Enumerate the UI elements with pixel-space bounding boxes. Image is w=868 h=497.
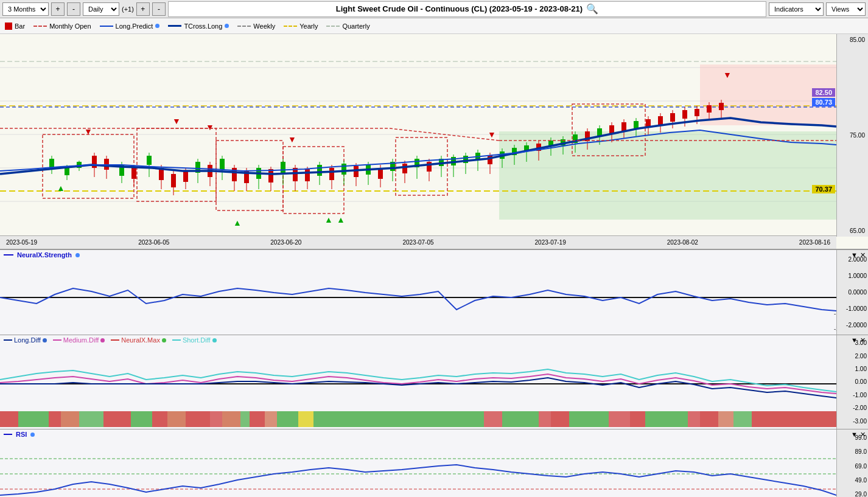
monthly-open-icon bbox=[33, 26, 47, 27]
diffs-panel: Long.Diff Medium.Diff NeuralX.Max Short.… bbox=[0, 335, 868, 429]
legend-yearly: Yearly bbox=[284, 23, 318, 30]
main-chart[interactable]: ▼ ▼ ▼ ▼ ▼ ▼ ▲ ▲ ▲ ▲ 85.00 75.00 65.00 82… bbox=[0, 34, 868, 250]
svg-rect-197 bbox=[0, 440, 836, 497]
search-button[interactable]: 🔍 bbox=[586, 3, 598, 15]
toolbar: 3 Months + - Daily (+1) + - Light Sweet … bbox=[0, 0, 868, 18]
svg-rect-61 bbox=[317, 165, 322, 176]
main-chart-svg: ▼ ▼ ▼ ▼ ▼ ▼ ▲ ▲ ▲ ▲ bbox=[0, 34, 836, 237]
legend-tcross-long: TCross.Long bbox=[168, 23, 229, 30]
svg-rect-117 bbox=[658, 116, 663, 125]
neuralx-strength-controls: ▼ ✕ bbox=[851, 251, 866, 259]
period-select[interactable]: 3 Months bbox=[2, 2, 49, 16]
svg-rect-158 bbox=[131, 411, 152, 427]
date-label-6: 2023-08-16 bbox=[799, 239, 830, 246]
svg-rect-33 bbox=[147, 156, 152, 165]
svg-text:▼: ▼ bbox=[488, 130, 496, 139]
indicators-select[interactable]: Indicators bbox=[769, 2, 824, 16]
svg-rect-185 bbox=[609, 411, 630, 427]
svg-rect-127 bbox=[719, 103, 724, 110]
neuralx-max-dot bbox=[162, 338, 166, 342]
diffs-header: Long.Diff Medium.Diff NeuralX.Max Short.… bbox=[4, 336, 217, 344]
svg-text:▲: ▲ bbox=[233, 218, 242, 228]
rsi-collapse-button[interactable]: ▼ bbox=[851, 431, 858, 439]
long-diff-icon bbox=[4, 339, 12, 341]
svg-rect-37 bbox=[171, 174, 176, 187]
svg-rect-161 bbox=[186, 411, 210, 427]
diffs-label-n3: -3.00 bbox=[838, 418, 867, 425]
price-label-85: 85.00 bbox=[838, 36, 867, 43]
price-badge-82: 82.50 bbox=[812, 88, 835, 97]
legend-quarterly: Quarterly bbox=[326, 23, 369, 30]
svg-text:▲: ▲ bbox=[324, 215, 333, 224]
expand-button[interactable]: + bbox=[136, 2, 150, 16]
rsi-header: RSI bbox=[4, 431, 35, 438]
svg-rect-172 bbox=[371, 411, 393, 427]
svg-text:▼: ▼ bbox=[723, 70, 732, 80]
svg-rect-53 bbox=[268, 169, 273, 182]
long-predict-icon bbox=[100, 26, 113, 27]
price-badge-8073: 80.73 bbox=[812, 98, 835, 106]
svg-rect-193 bbox=[752, 411, 776, 427]
chart-title: Light Sweet Crude Oil - Continuous (CL) … bbox=[336, 4, 583, 13]
rsi-label-69: 69.0 bbox=[838, 463, 867, 470]
svg-rect-194 bbox=[776, 411, 797, 427]
svg-rect-111 bbox=[621, 122, 626, 131]
svg-rect-169 bbox=[313, 411, 332, 427]
date-label-1: 2023-06-05 bbox=[138, 239, 169, 246]
svg-rect-174 bbox=[411, 411, 426, 427]
medium-diff-label: Medium.Diff bbox=[63, 336, 99, 344]
svg-rect-183 bbox=[569, 411, 593, 427]
rsi-svg bbox=[0, 440, 836, 497]
date-axis: 2023-05-19 2023-06-05 2023-06-20 2023-07… bbox=[0, 235, 836, 249]
neuralx-strength-collapse-button[interactable]: ▼ bbox=[851, 251, 858, 259]
rsi-dot bbox=[30, 433, 35, 437]
svg-rect-178 bbox=[484, 411, 502, 427]
interval-select[interactable]: Daily bbox=[83, 2, 119, 16]
svg-rect-160 bbox=[167, 411, 186, 427]
svg-rect-123 bbox=[695, 109, 699, 116]
neuralx-label-n1: -1.0000 bbox=[838, 305, 867, 312]
date-label-3: 2023-07-05 bbox=[402, 239, 433, 246]
svg-rect-171 bbox=[356, 411, 371, 427]
period-add-button[interactable]: + bbox=[51, 2, 65, 16]
rsi-title: RSI bbox=[16, 431, 27, 438]
svg-rect-165 bbox=[250, 411, 265, 427]
legend-long-predict: Long.Predict bbox=[100, 23, 160, 30]
neuralx-strength-close-button[interactable]: ✕ bbox=[860, 251, 866, 259]
views-select[interactable]: Views bbox=[826, 2, 866, 16]
svg-rect-176 bbox=[450, 411, 469, 427]
svg-rect-162 bbox=[210, 411, 222, 427]
svg-rect-168 bbox=[298, 411, 313, 427]
legend-weekly: Weekly bbox=[237, 23, 275, 30]
legend-bar: Bar bbox=[5, 23, 25, 30]
date-label-0: 2023-05-19 bbox=[6, 239, 37, 246]
svg-rect-173 bbox=[393, 411, 411, 427]
collapse-button[interactable]: - bbox=[152, 2, 166, 16]
period-minus-button[interactable]: - bbox=[67, 2, 80, 16]
date-label-5: 2023-08-02 bbox=[667, 239, 698, 246]
svg-rect-39 bbox=[183, 171, 188, 182]
short-diff-icon bbox=[172, 339, 181, 341]
rsi-label-89: 89.0 bbox=[838, 448, 867, 455]
svg-rect-175 bbox=[426, 411, 450, 427]
svg-rect-180 bbox=[517, 411, 539, 427]
bar-icon bbox=[5, 23, 12, 30]
svg-rect-79 bbox=[427, 162, 432, 172]
neuralx-label-0: 0.0000 bbox=[838, 289, 867, 296]
svg-rect-153 bbox=[49, 411, 61, 427]
diffs-close-button[interactable]: ✕ bbox=[860, 336, 866, 344]
svg-rect-192 bbox=[733, 411, 752, 427]
medium-diff-icon bbox=[53, 339, 61, 341]
diffs-collapse-button[interactable]: ▼ bbox=[851, 336, 858, 344]
svg-rect-190 bbox=[700, 411, 718, 427]
svg-text:▲: ▲ bbox=[337, 215, 345, 224]
rsi-close-button[interactable]: ✕ bbox=[860, 431, 866, 439]
neuralx-strength-dot bbox=[75, 253, 80, 257]
neuralx-strength-svg: 2.0000 1.0000 0.0000 -1.0000 -2.0000 bbox=[0, 261, 836, 334]
diffs-controls: ▼ ✕ bbox=[851, 336, 866, 344]
svg-rect-196 bbox=[816, 411, 836, 427]
svg-rect-151 bbox=[0, 411, 18, 427]
neuralx-label-n2: -2.0000 bbox=[838, 322, 867, 328]
svg-rect-55 bbox=[281, 162, 285, 174]
svg-rect-177 bbox=[469, 411, 484, 427]
